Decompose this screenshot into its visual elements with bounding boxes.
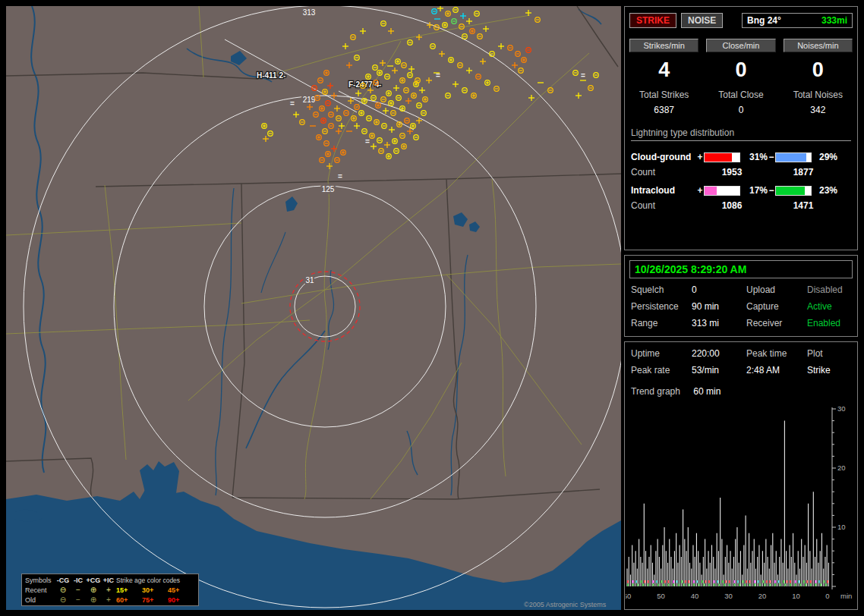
legend-cell: − bbox=[71, 596, 86, 604]
lightning-map[interactable]: 31321912531 =====H-411 2-F-2477 4- Symbo… bbox=[6, 6, 621, 610]
ic-negative-bar bbox=[775, 186, 812, 196]
svg-text:50: 50 bbox=[657, 592, 665, 600]
legend-cell: 75+ bbox=[142, 596, 168, 604]
cg-negative-pct: 29% bbox=[812, 152, 837, 162]
grid-cell: Strike bbox=[807, 365, 857, 376]
noises-per-min-button[interactable]: Noises/min bbox=[784, 39, 853, 52]
noises-per-min-value: 0 bbox=[784, 58, 853, 82]
trend-graph-row: Trend graph 60 min bbox=[631, 386, 851, 397]
legend-cell: ⊕ bbox=[86, 586, 101, 594]
grid-cell: Disabled bbox=[807, 284, 857, 295]
ic-negative-pct: 23% bbox=[812, 185, 837, 196]
cloud-ground-counts: Count 1953 1877 bbox=[631, 167, 851, 178]
grid-cell: 313 mi bbox=[692, 318, 746, 328]
total-close-label: Total Close bbox=[706, 90, 775, 100]
legend-cell: -CG bbox=[55, 577, 71, 584]
count-label: Count bbox=[631, 200, 696, 211]
svg-text:20: 20 bbox=[758, 592, 767, 600]
svg-text:40: 40 bbox=[691, 592, 699, 600]
svg-text:10: 10 bbox=[792, 592, 800, 600]
session-grid: Uptime220:00Peak timePlotPeak rate53/min… bbox=[631, 348, 851, 376]
grid-cell: Capture bbox=[746, 301, 807, 312]
total-strikes-value: 6387 bbox=[629, 105, 698, 115]
cg-positive-count: 1953 bbox=[696, 167, 768, 178]
legend-cell: ⊕ bbox=[86, 596, 101, 604]
svg-text:313: 313 bbox=[303, 8, 316, 17]
intracloud-counts: Count 1086 1471 bbox=[631, 200, 851, 211]
cg-negative-count: 1877 bbox=[768, 167, 839, 178]
svg-text:10: 10 bbox=[837, 523, 846, 531]
grid-cell: Uptime bbox=[631, 348, 692, 359]
noise-mode-button[interactable]: NOISE bbox=[681, 13, 723, 28]
rate-button-row: Strikes/min Close/min Noises/min bbox=[629, 28, 853, 52]
count-label: Count bbox=[631, 167, 696, 178]
intracloud-row: Intracloud + 17% − 23% bbox=[631, 182, 851, 199]
grid-cell: Plot bbox=[807, 348, 857, 359]
grid-cell: Enabled bbox=[807, 318, 857, 328]
minus-sign: − bbox=[768, 185, 775, 196]
svg-text:30: 30 bbox=[724, 592, 733, 600]
legend-cell: + bbox=[101, 586, 116, 594]
grid-cell: Persistence bbox=[631, 301, 692, 312]
svg-text:=: = bbox=[338, 172, 342, 181]
grid-cell: Active bbox=[807, 301, 857, 312]
legend-cell: 15+ bbox=[116, 586, 142, 594]
total-strikes-label: Total Strikes bbox=[629, 90, 698, 100]
grid-cell: 0 bbox=[692, 284, 746, 295]
svg-text:31: 31 bbox=[305, 276, 314, 284]
cloud-ground-row: Cloud-ground + 31% − 29% bbox=[631, 149, 851, 165]
legend-cell: 30+ bbox=[142, 586, 168, 594]
ic-positive-count: 1086 bbox=[696, 200, 768, 211]
strike-mode-button[interactable]: STRIKE bbox=[629, 13, 676, 28]
grid-cell: Range bbox=[631, 318, 692, 328]
grid-cell: Peak rate bbox=[631, 365, 692, 376]
datetime-display: 10/26/2025 8:29:20 AM bbox=[629, 260, 853, 278]
legend-cell: 90+ bbox=[168, 596, 194, 604]
grid-cell: 53/min bbox=[692, 365, 746, 376]
grid-cell: Receiver bbox=[746, 318, 807, 328]
svg-text:125: 125 bbox=[322, 185, 335, 193]
svg-text:H-411 2-: H-411 2- bbox=[257, 71, 285, 80]
svg-text:30: 30 bbox=[837, 406, 846, 413]
plus-sign: + bbox=[696, 185, 704, 196]
svg-text:=: = bbox=[581, 71, 585, 80]
svg-text:=: = bbox=[290, 99, 295, 108]
legend-cell: Recent bbox=[25, 586, 55, 594]
legend-cell: 45+ bbox=[168, 586, 194, 594]
legend-cell: 60+ bbox=[116, 596, 142, 604]
status-grid: Squelch0UploadDisabledPersistence90 minC… bbox=[631, 284, 851, 328]
legend-cell: Strike age color codes bbox=[116, 577, 195, 584]
total-close-value: 0 bbox=[706, 105, 775, 115]
cg-positive-bar bbox=[704, 152, 740, 162]
close-per-min-value: 0 bbox=[706, 58, 775, 82]
distribution-heading: Lightning type distribution bbox=[631, 127, 851, 141]
svg-text:min: min bbox=[840, 592, 852, 600]
grid-cell: 90 min bbox=[692, 301, 746, 312]
ic-positive-bar bbox=[704, 186, 740, 196]
total-values: 6387 0 342 bbox=[629, 100, 853, 115]
total-noises-label: Total Noises bbox=[784, 90, 853, 100]
status-panel: 10/26/2025 8:29:20 AM Squelch0UploadDisa… bbox=[624, 255, 858, 337]
grid-cell: 220:00 bbox=[692, 348, 746, 359]
legend-cell: +CG bbox=[86, 577, 101, 584]
total-noises-value: 342 bbox=[784, 105, 853, 115]
strikes-per-min-value: 4 bbox=[629, 58, 698, 82]
close-per-min-button[interactable]: Close/min bbox=[706, 39, 775, 52]
legend-cell: Old bbox=[25, 596, 55, 604]
strikes-per-min-button[interactable]: Strikes/min bbox=[629, 39, 698, 52]
trend-window-value: 60 min bbox=[693, 386, 721, 397]
trend-graph-label: Trend graph bbox=[631, 386, 680, 397]
statistics-panel: STRIKE NOISE Bng 24° 333mi Strikes/min C… bbox=[624, 6, 858, 250]
legend-cell: + bbox=[101, 596, 116, 604]
legend-cell: − bbox=[71, 586, 86, 594]
bearing-value: Bng 24° bbox=[747, 15, 781, 26]
intracloud-label: Intracloud bbox=[631, 185, 696, 196]
rate-values: 4 0 0 bbox=[629, 52, 853, 82]
copyright-text: ©2005 Astrogenic Systems bbox=[524, 601, 606, 608]
total-labels: Total Strikes Total Close Total Noises bbox=[629, 82, 853, 100]
legend-cell: +IC bbox=[101, 577, 116, 584]
svg-text:0: 0 bbox=[825, 592, 829, 600]
strike-legend: Symbols-CG-IC+CG+ICStrike age color code… bbox=[21, 574, 199, 606]
ic-positive-pct: 17% bbox=[740, 185, 768, 196]
map-canvas: 31321912531 =====H-411 2-F-2477 4- bbox=[6, 6, 621, 610]
